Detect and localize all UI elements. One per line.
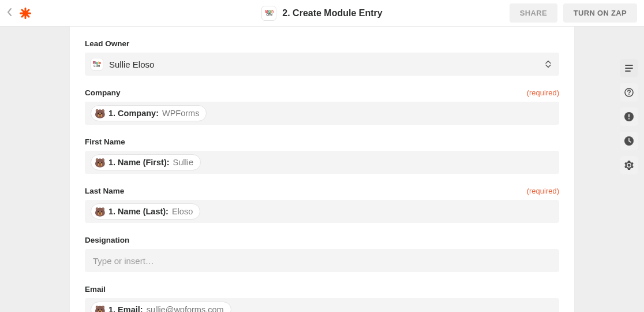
email-input[interactable]: 🐻 1. Email: sullie@wpforms.com <box>85 298 559 312</box>
pill-value: Eloso <box>172 207 193 216</box>
field-last-name: Last Name (required) 🐻 1. Name (Last): E… <box>85 187 559 223</box>
field-company: Company (required) 🐻 1. Company: WPForms <box>85 88 559 125</box>
select-chevrons-icon <box>545 61 551 68</box>
wpforms-icon: 🐻 <box>95 157 105 168</box>
field-label: Last Name <box>85 187 124 195</box>
pill-label: 1. Company: <box>108 109 159 118</box>
mapped-pill-last-name[interactable]: 🐻 1. Name (Last): Eloso <box>91 203 200 220</box>
pill-value: sullie@wpforms.com <box>147 305 224 312</box>
share-button[interactable]: SHARE <box>510 3 557 23</box>
field-email: Email 🐻 1. Email: sullie@wpforms.com <box>85 285 559 312</box>
last-name-input[interactable]: 🐻 1. Name (Last): Eloso <box>85 200 559 223</box>
zapier-logo-icon[interactable] <box>18 6 32 20</box>
page-title: 2. Create Module Entry <box>282 8 382 18</box>
field-label: Lead Owner <box>85 39 129 48</box>
field-first-name: First Name 🐻 1. Name (First): Sullie <box>85 138 559 174</box>
required-badge: (required) <box>527 187 559 195</box>
pill-label: 1. Name (Last): <box>108 207 169 216</box>
form-panel: Lead Owner Bigin CRM Sullie Eloso Co <box>69 27 575 312</box>
select-value: Sullie Eloso <box>109 60 154 69</box>
svg-rect-11 <box>628 114 630 117</box>
pill-label: 1. Name (First): <box>108 158 170 167</box>
field-lead-owner: Lead Owner Bigin CRM Sullie Eloso <box>85 39 559 76</box>
turn-on-zap-button[interactable]: TURN ON ZAP <box>563 3 637 23</box>
company-input[interactable]: 🐻 1. Company: WPForms <box>85 102 559 125</box>
step-app-icon: Bigin CRM <box>261 6 276 21</box>
rail-history-button[interactable] <box>620 132 638 150</box>
field-designation: Designation Type or insert… <box>85 236 559 272</box>
field-label: First Name <box>85 138 125 146</box>
rail-settings-button[interactable] <box>620 156 638 174</box>
lead-owner-select[interactable]: Bigin CRM Sullie Eloso <box>85 53 559 76</box>
crm-app-icon: Bigin CRM <box>91 58 103 70</box>
right-rail <box>620 59 638 174</box>
pill-value: Sullie <box>173 158 193 167</box>
svg-point-9 <box>628 94 630 95</box>
svg-point-12 <box>628 118 630 120</box>
stage: Lead Owner Bigin CRM Sullie Eloso Co <box>0 27 644 312</box>
wpforms-icon: 🐻 <box>95 304 105 312</box>
wpforms-icon: 🐻 <box>95 206 105 217</box>
first-name-input[interactable]: 🐻 1. Name (First): Sullie <box>85 151 559 174</box>
mapped-pill-email[interactable]: 🐻 1. Email: sullie@wpforms.com <box>91 302 231 312</box>
pill-value: WPForms <box>162 109 199 118</box>
placeholder-text: Type or insert… <box>93 256 154 266</box>
rail-alerts-button[interactable] <box>620 107 638 126</box>
wpforms-icon: 🐻 <box>95 108 105 118</box>
pill-label: 1. Email: <box>108 305 143 312</box>
rail-help-button[interactable] <box>620 83 638 102</box>
rail-outline-button[interactable] <box>620 59 638 77</box>
mapped-pill-company[interactable]: 🐻 1. Company: WPForms <box>91 105 207 121</box>
field-label: Email <box>85 285 106 294</box>
field-label: Designation <box>85 236 129 244</box>
designation-input[interactable]: Type or insert… <box>85 249 559 272</box>
required-badge: (required) <box>527 88 559 97</box>
topbar: Bigin CRM 2. Create Module Entry SHARE T… <box>0 0 644 27</box>
back-icon[interactable] <box>7 8 18 18</box>
mapped-pill-first-name[interactable]: 🐻 1. Name (First): Sullie <box>91 154 201 170</box>
svg-point-4 <box>23 10 28 16</box>
field-label: Company <box>85 88 121 97</box>
